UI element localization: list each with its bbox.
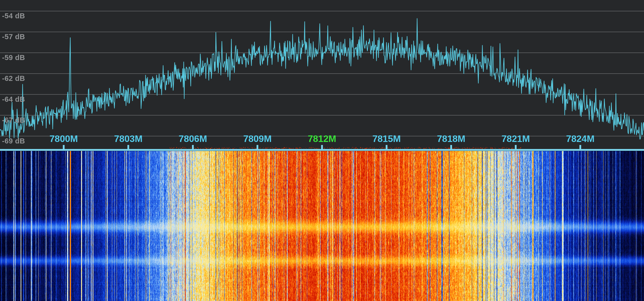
freq-axis-label: 7800M xyxy=(49,134,78,144)
freq-axis-label: 7815M xyxy=(372,134,401,144)
freq-axis-label-center: 7812M xyxy=(308,134,336,144)
rf-analyzer-screen: -54 dB -57 dB -59 dB -62 dB -64 dB -67 d… xyxy=(0,0,644,301)
db-axis-label: -57 dB xyxy=(2,33,25,41)
db-axis-label: -59 dB xyxy=(2,53,25,62)
spectrum-waterfall-canvas[interactable] xyxy=(0,0,644,301)
db-axis-label: -64 dB xyxy=(2,95,25,103)
freq-axis-label: 7806M xyxy=(179,134,207,144)
freq-axis-label: 7824M xyxy=(566,134,595,144)
db-axis-label: -69 dB xyxy=(2,137,25,145)
freq-axis-label: 7809M xyxy=(243,134,272,144)
freq-axis-label: 7821M xyxy=(501,134,530,144)
db-axis-label: -67 dB xyxy=(2,116,25,124)
freq-axis-label: 7803M xyxy=(114,134,143,144)
db-axis-label: -54 dB xyxy=(2,12,25,20)
freq-axis-label: 7818M xyxy=(437,134,465,144)
db-axis-label: -62 dB xyxy=(2,74,25,82)
